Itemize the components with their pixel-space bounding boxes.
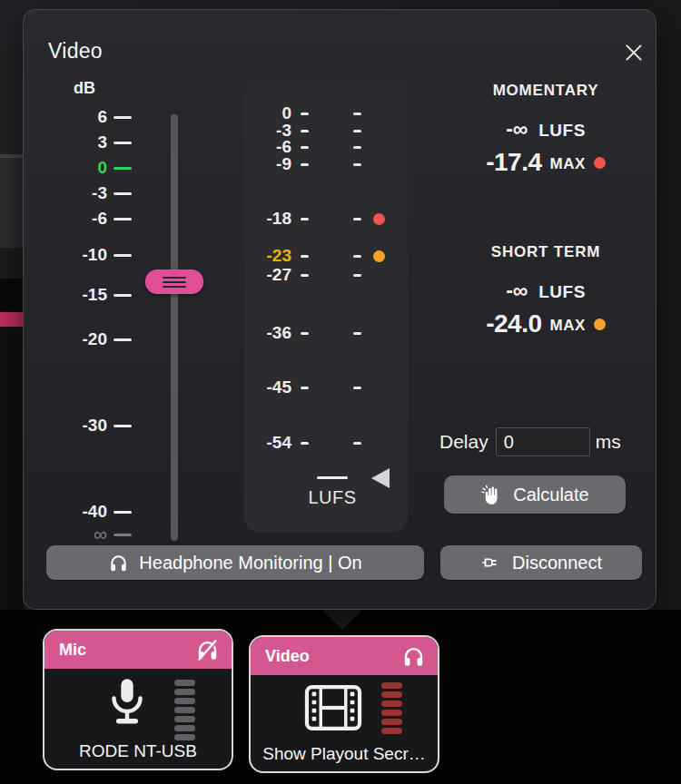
delay-unit-label: ms xyxy=(596,431,621,453)
db-tick-mark xyxy=(114,254,132,257)
db-tick-label: -3 xyxy=(44,182,107,204)
meter-tick-label: -54 xyxy=(244,432,291,454)
popover-arrow xyxy=(321,609,363,630)
calculate-button[interactable]: Calculate xyxy=(444,475,626,514)
db-tick-label: 0 xyxy=(44,157,107,179)
meter-tick: -54 xyxy=(244,432,408,454)
db-tick-label: -30 xyxy=(44,415,107,436)
short-term-peak-dot xyxy=(594,318,606,330)
db-tick: -15 xyxy=(44,284,134,306)
delay-input[interactable] xyxy=(496,427,590,456)
db-tick-mark xyxy=(114,425,132,427)
db-tick: -30 xyxy=(44,415,134,436)
mic-device-label: RODE NT-USB xyxy=(44,741,232,761)
video-level-meter xyxy=(381,682,402,734)
lufs-meter-panel: 0 -3 -6 -9 -18 -23 -27 -36 -45 -54 LUFS xyxy=(244,81,408,532)
db-tick: -20 xyxy=(44,328,134,350)
short-term-max: -24.0 MAX xyxy=(432,309,659,338)
close-button[interactable] xyxy=(617,36,650,69)
db-tick-zero: 0 xyxy=(44,157,134,179)
momentary-heading: MOMENTARY xyxy=(432,82,659,100)
meter-tick-label: -18 xyxy=(244,208,291,230)
momentary-max-value: -17.4 xyxy=(486,148,541,177)
disconnect-button-label: Disconnect xyxy=(512,553,602,573)
background-panel xyxy=(0,158,24,248)
short-term-current: -∞ LUFS xyxy=(432,279,659,303)
momentary-max-label: MAX xyxy=(550,152,586,173)
meter-tick: -36 xyxy=(244,322,408,344)
meter-unit-label: LUFS xyxy=(287,487,378,508)
headphones-muted-icon[interactable] xyxy=(195,638,220,662)
mic-tile-body xyxy=(44,669,232,734)
db-tick-label: 6 xyxy=(44,106,107,128)
db-tick-mark xyxy=(114,218,132,220)
db-tick-label: 3 xyxy=(44,132,107,153)
plug-icon xyxy=(480,552,502,573)
popover-title: Video xyxy=(48,39,103,64)
momentary-current: -∞ LUFS xyxy=(432,117,659,142)
mic-level-meter xyxy=(174,680,195,740)
db-tick: -10 xyxy=(44,244,134,266)
db-tick-label: -10 xyxy=(44,244,107,266)
peak-indicator-dot xyxy=(373,213,385,225)
background-panel-dark xyxy=(0,279,24,312)
disconnect-button[interactable]: Disconnect xyxy=(440,545,642,580)
db-tick: -3 xyxy=(44,182,134,204)
meter-tick-label: -36 xyxy=(244,322,291,344)
channel-tile-mic[interactable]: Mic RODE NT-USB xyxy=(43,629,233,770)
momentary-unit: LUFS xyxy=(538,121,586,141)
headphone-monitoring-button[interactable]: Headphone Monitoring | On xyxy=(46,545,424,580)
db-tick-label: ∞ xyxy=(44,524,107,545)
momentary-value: -∞ xyxy=(506,117,528,142)
film-icon xyxy=(304,684,362,731)
clap-icon xyxy=(480,484,503,506)
db-tick-mark xyxy=(114,142,132,144)
db-tick-mark xyxy=(114,511,132,514)
headphones-icon[interactable] xyxy=(401,644,426,669)
db-tick-mark xyxy=(114,338,132,341)
volume-fader-handle[interactable] xyxy=(145,270,203,294)
video-channel-popover: Video dB 6 3 0 -3 -6 -10 -15 -20 -30 -40… xyxy=(23,9,656,610)
momentary-max: -17.4 MAX xyxy=(432,148,659,177)
delay-label: Delay xyxy=(439,431,489,453)
fader-unit-label: dB xyxy=(57,79,112,98)
db-tick-label: -20 xyxy=(44,328,107,350)
db-tick-mark xyxy=(114,192,132,195)
meter-tick: -45 xyxy=(244,377,408,398)
short-term-heading: SHORT TERM xyxy=(432,243,659,261)
channel-tile-video[interactable]: Video Show Playout Secr… xyxy=(249,635,439,773)
db-tick-infinity: ∞ xyxy=(44,524,134,545)
db-tick: -40 xyxy=(44,501,134,523)
short-term-max-value: -24.0 xyxy=(486,309,541,338)
momentary-peak-dot xyxy=(594,157,606,169)
db-tick-mark xyxy=(114,116,132,119)
meter-tick-label: -45 xyxy=(244,377,291,398)
microphone-icon xyxy=(103,676,152,729)
video-tile-body xyxy=(251,675,438,740)
background-panel-lower xyxy=(0,327,24,610)
meter-tick-label: -27 xyxy=(244,264,291,286)
db-tick: 6 xyxy=(44,106,134,128)
meter-arrow-icon xyxy=(371,468,390,488)
background-pink-bar xyxy=(0,312,24,327)
average-indicator-dot xyxy=(373,250,385,262)
video-tile-header: Video xyxy=(251,637,438,675)
meter-tick-label: -9 xyxy=(244,153,291,175)
short-term-value: -∞ xyxy=(506,279,528,303)
background-panel-dim xyxy=(0,248,24,279)
meter-tick: -27 xyxy=(244,264,408,286)
headphones-icon xyxy=(108,553,129,573)
meter-tick: -9 xyxy=(244,153,408,175)
db-tick-mark xyxy=(114,294,132,297)
db-tick-mark xyxy=(114,167,132,170)
db-tick-label: -6 xyxy=(44,208,107,230)
db-tick: -6 xyxy=(44,208,134,230)
mic-tile-header: Mic xyxy=(44,631,232,669)
mic-tile-title: Mic xyxy=(59,641,195,660)
video-tile-title: Video xyxy=(265,647,401,666)
close-icon xyxy=(622,41,646,64)
headphone-monitoring-label: Headphone Monitoring | On xyxy=(139,553,361,573)
video-device-label: Show Playout Secr… xyxy=(251,744,438,764)
db-tick-mark xyxy=(114,534,132,536)
volume-fader-track[interactable] xyxy=(171,114,178,541)
